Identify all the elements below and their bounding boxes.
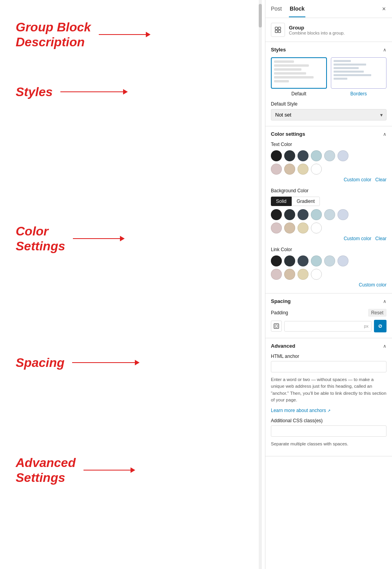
tab-post[interactable]: Post bbox=[270, 1, 283, 17]
block-info: Group Combine blocks into a group. bbox=[265, 18, 392, 42]
text-color-clear-link[interactable]: Clear bbox=[375, 177, 387, 182]
text-color-swatch-2[interactable] bbox=[298, 150, 309, 161]
css-classes-label: Additional CSS class(es) bbox=[271, 418, 387, 423]
text-color-swatch-1[interactable] bbox=[284, 150, 295, 161]
link-color-custom-link[interactable]: Custom color bbox=[359, 282, 387, 288]
text-color-swatch-3[interactable] bbox=[311, 150, 322, 161]
bg-color-swatch-0[interactable] bbox=[271, 209, 282, 220]
link-color-swatch-9[interactable] bbox=[311, 269, 322, 280]
close-button[interactable]: × bbox=[381, 4, 387, 14]
svg-rect-4 bbox=[274, 324, 279, 328]
arrow-head bbox=[120, 236, 125, 241]
color-chevron-icon: ∧ bbox=[383, 131, 387, 137]
default-style-select[interactable]: Not set bbox=[271, 109, 387, 120]
annotation-advanced-arrow bbox=[83, 467, 135, 473]
link-color-swatch-3[interactable] bbox=[311, 255, 322, 266]
styles-section-header[interactable]: Styles ∧ bbox=[265, 42, 392, 57]
bg-tab-solid[interactable]: Solid bbox=[271, 197, 292, 206]
text-color-swatch-7[interactable] bbox=[284, 164, 295, 175]
bg-color-swatches bbox=[271, 209, 387, 220]
bg-color-custom-link[interactable]: Custom color bbox=[344, 236, 372, 241]
padding-reset-button[interactable]: Reset bbox=[368, 309, 387, 317]
default-style-select-wrapper: Not set ▾ bbox=[271, 109, 387, 120]
advanced-section-header[interactable]: Advanced ∧ bbox=[265, 338, 392, 354]
padding-box-icon[interactable] bbox=[271, 321, 282, 332]
styles-section-content: Default Borders Default Style bbox=[265, 57, 392, 126]
bg-color-swatch-8[interactable] bbox=[298, 222, 309, 233]
spacing-chevron-icon: ∧ bbox=[383, 299, 387, 304]
annotation-area: Group Block Description Styles Color Set… bbox=[0, 0, 259, 569]
preview-line bbox=[274, 80, 289, 82]
padding-label: Padding bbox=[271, 310, 288, 316]
panel-tabs: Post Block bbox=[270, 1, 305, 17]
annotation-styles-text: Styles bbox=[16, 84, 53, 99]
bg-color-swatch-5[interactable] bbox=[338, 209, 348, 220]
svg-rect-1 bbox=[278, 27, 281, 29]
padding-controls: px bbox=[271, 320, 387, 332]
annotation-color-arrow bbox=[73, 236, 125, 241]
bg-color-swatch-4[interactable] bbox=[324, 209, 335, 220]
link-color-swatch-2[interactable] bbox=[298, 255, 309, 266]
advanced-section: Advanced ∧ HTML anchor Enter a word or t… bbox=[265, 338, 392, 456]
advanced-chevron-icon: ∧ bbox=[383, 343, 387, 349]
style-preview-default bbox=[271, 57, 327, 89]
svg-rect-3 bbox=[278, 30, 281, 33]
link-color-swatch-5[interactable] bbox=[338, 255, 348, 266]
style-option-borders[interactable]: Borders bbox=[331, 57, 387, 97]
styles-section: Styles ∧ Default bbox=[265, 42, 392, 126]
borders-preview-line bbox=[334, 60, 351, 62]
arrow-head bbox=[146, 32, 151, 37]
external-link-icon: ↗ bbox=[327, 409, 330, 413]
bg-tab-gradient[interactable]: Gradient bbox=[292, 197, 320, 206]
scrollbar[interactable] bbox=[259, 0, 262, 569]
color-section-header[interactable]: Color settings ∧ bbox=[265, 126, 392, 142]
text-color-swatch-5[interactable] bbox=[338, 150, 348, 161]
text-color-swatch-9[interactable] bbox=[311, 164, 322, 175]
annotation-color: Color Settings bbox=[16, 224, 125, 254]
bg-color-actions: Custom color Clear bbox=[271, 236, 387, 241]
scrollbar-thumb[interactable] bbox=[259, 4, 262, 27]
learn-more-link[interactable]: Learn more about anchors ↗ bbox=[271, 408, 330, 413]
text-color-swatch-4[interactable] bbox=[324, 150, 335, 161]
styles-chevron-icon: ∧ bbox=[383, 47, 387, 53]
bg-color-swatch-1[interactable] bbox=[284, 209, 295, 220]
arrow-line bbox=[73, 238, 120, 239]
padding-link-button[interactable] bbox=[374, 320, 387, 332]
bg-color-swatch-9[interactable] bbox=[311, 222, 322, 233]
arrow-line bbox=[72, 362, 135, 363]
bg-color-clear-link[interactable]: Clear bbox=[375, 236, 387, 241]
advanced-section-title: Advanced bbox=[271, 343, 295, 349]
color-settings-section: Color settings ∧ Text Color Custom co bbox=[265, 126, 392, 294]
arrow-head bbox=[123, 89, 128, 95]
link-color-swatch-0[interactable] bbox=[271, 255, 282, 266]
html-anchor-label: HTML anchor bbox=[271, 354, 387, 359]
padding-input[interactable] bbox=[284, 321, 372, 332]
link-color-swatch-1[interactable] bbox=[284, 255, 295, 266]
link-color-swatch-6[interactable] bbox=[271, 269, 282, 280]
link-color-swatch-8[interactable] bbox=[298, 269, 309, 280]
style-option-default[interactable]: Default bbox=[271, 57, 327, 97]
bg-color-swatch-3[interactable] bbox=[311, 209, 322, 220]
text-color-actions: Custom color Clear bbox=[271, 177, 387, 182]
css-classes-input[interactable] bbox=[271, 425, 387, 437]
bg-color-swatch-2[interactable] bbox=[298, 209, 309, 220]
padding-row: Padding Reset bbox=[271, 309, 387, 317]
bg-color-swatch-6[interactable] bbox=[271, 222, 282, 233]
text-color-custom-link[interactable]: Custom color bbox=[344, 177, 372, 182]
spacing-section-header[interactable]: Spacing ∧ bbox=[265, 294, 392, 309]
padding-input-wrapper: px bbox=[284, 321, 372, 332]
annotation-styles-arrow bbox=[60, 89, 128, 95]
svg-rect-5 bbox=[275, 325, 278, 327]
link-color-swatch-7[interactable] bbox=[284, 269, 295, 280]
html-anchor-input[interactable] bbox=[271, 361, 387, 372]
tab-block[interactable]: Block bbox=[289, 1, 305, 17]
default-style-label: Default Style bbox=[271, 101, 387, 107]
text-color-swatch-0[interactable] bbox=[271, 150, 282, 161]
text-color-swatch-6[interactable] bbox=[271, 164, 282, 175]
link-color-swatch-4[interactable] bbox=[324, 255, 335, 266]
annotation-group-block-arrow bbox=[99, 32, 151, 37]
bg-color-swatch-7[interactable] bbox=[284, 222, 295, 233]
panel-header: Post Block × bbox=[265, 0, 392, 18]
text-color-swatch-8[interactable] bbox=[298, 164, 309, 175]
html-anchor-help: Enter a word or two — without spaces — t… bbox=[271, 376, 387, 403]
